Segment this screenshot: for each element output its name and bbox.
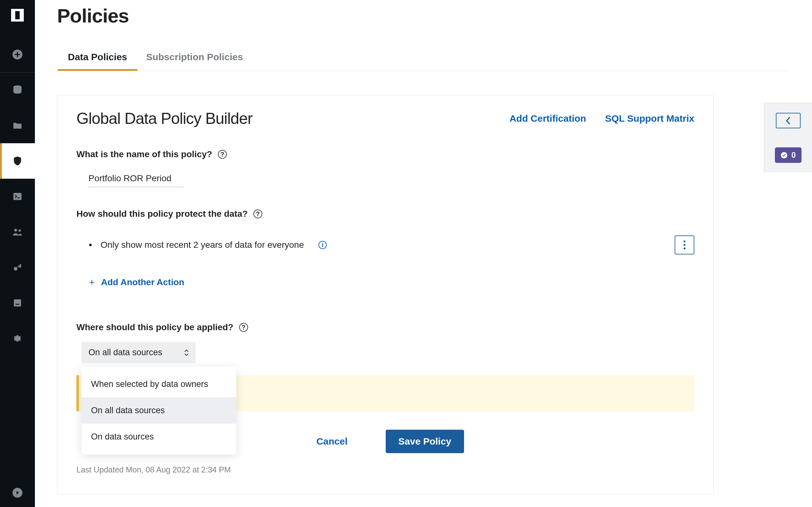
where-dropdown-menu: When selected by data owners On all data… [82,367,236,454]
dropdown-option-data-sources[interactable]: On data sources [82,424,236,450]
sidebar-item-key[interactable] [0,250,35,285]
svg-point-5 [14,267,17,271]
tabs: Data Policies Subscription Policies [57,52,790,71]
add-action-label: Add Another Action [101,277,184,287]
tab-subscription-policies[interactable]: Subscription Policies [146,52,243,71]
rule-more-button[interactable] [675,235,694,255]
check-circle-icon [780,152,788,159]
rule-row: Only show most recent 2 years of data fo… [77,235,694,255]
info-icon[interactable]: i [318,241,327,249]
plus-icon: + [89,278,95,287]
database-icon [12,84,23,95]
link-sql-support-matrix[interactable]: SQL Support Matrix [605,113,694,124]
sidebar-item-archive[interactable] [0,285,35,321]
svg-rect-7 [15,304,19,305]
status-badge[interactable]: 0 [775,147,802,163]
policy-builder-card: Global Data Policy Builder Add Certifica… [57,95,714,494]
sidebar-item-policies[interactable] [0,143,35,179]
folder-icon [12,120,23,131]
rule-text: Only show most recent 2 years of data fo… [101,240,304,250]
help-icon-name[interactable]: ? [218,150,227,159]
sidebar-item-folder[interactable] [0,108,35,143]
protect-question-row: How should this policy protect the data?… [77,209,694,219]
link-add-certification[interactable]: Add Certification [509,113,586,124]
last-updated-text: Last Updated Mon, 08 Aug 2022 at 2:34 PM [77,465,694,474]
svg-rect-6 [14,299,21,307]
gear-icon [12,333,23,344]
sidebar [0,0,35,507]
add-action-button[interactable]: + Add Another Action [89,277,694,287]
where-question-row: Where should this policy be applied? ? [77,322,694,332]
people-icon [12,227,23,237]
right-rail: 0 [764,103,812,172]
builder-title: Global Data Policy Builder [77,109,252,128]
chevron-left-icon [786,117,791,125]
name-question-label: What is the name of this policy? [77,149,212,159]
arrow-right-icon [12,487,23,498]
save-button[interactable]: Save Policy [386,430,464,453]
where-select[interactable]: On all data sources When selected by dat… [82,342,196,363]
cancel-button[interactable]: Cancel [307,430,357,453]
bullet-icon [89,244,92,246]
sidebar-item-settings[interactable] [0,321,35,356]
svg-rect-2 [13,193,21,200]
where-select-value: On all data sources [89,348,162,357]
dropdown-option-owners[interactable]: When selected by data owners [82,371,236,397]
svg-point-4 [18,229,20,232]
help-icon-where[interactable]: ? [239,323,248,332]
tab-data-policies[interactable]: Data Policies [68,52,127,71]
sidebar-item-people[interactable] [0,214,35,250]
help-icon-protect[interactable]: ? [253,210,262,218]
archive-icon [12,297,23,308]
where-question-label: Where should this policy be applied? [77,322,234,332]
sidebar-item-next[interactable] [0,478,35,507]
protect-question-label: How should this policy protect the data? [77,209,248,219]
dropdown-option-all-sources[interactable]: On all data sources [82,397,236,424]
key-icon [12,262,23,273]
logo-icon[interactable] [11,9,24,21]
rail-expand-button[interactable] [776,113,801,128]
sidebar-item-database[interactable] [0,72,35,108]
policy-name-input[interactable] [89,172,184,187]
shield-icon [12,156,23,166]
select-stepper-icon [184,349,189,356]
badge-count: 0 [792,151,796,160]
sidebar-item-add[interactable] [0,37,35,72]
console-icon [12,191,23,202]
sidebar-item-console[interactable] [0,179,35,214]
page-title: Policies [57,4,790,27]
main-content: Policies Data Policies Subscription Poli… [35,0,812,507]
name-question-row: What is the name of this policy? ? [77,149,694,159]
svg-point-3 [14,229,17,232]
